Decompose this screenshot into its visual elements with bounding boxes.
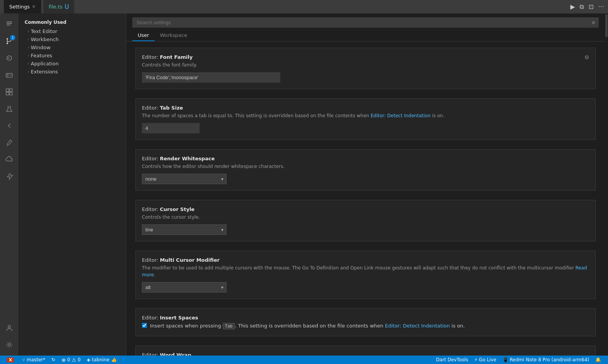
status-right: Dart DevTools ⚡ Go Live 📱 Redmi Note 8 P… — [433, 356, 604, 364]
status-sync[interactable]: ↻ — [48, 356, 58, 364]
search-container: ✕ — [132, 17, 599, 28]
status-left: X ⑂ master* ↻ ⊗ 0 ⚠ 0 ◈ tabnine 👍 — [4, 356, 120, 364]
setting-tab-size: Editor: Tab Size The number of spaces a … — [135, 98, 596, 140]
go-live-icon: ⚡ — [474, 357, 477, 362]
multi-cursor-label: Editor: Multi Cursor Modifier — [142, 257, 589, 263]
sidebar-item-extensions[interactable]: › Extensions — [18, 68, 126, 76]
status-bell[interactable]: 🔔 — [592, 356, 604, 364]
branch-name: master* — [27, 357, 45, 362]
tab-size-input[interactable] — [142, 123, 200, 133]
activity-extensions[interactable] — [2, 84, 17, 100]
svg-point-19 — [8, 326, 10, 328]
render-whitespace-select-wrapper: none boundary selection trailing all — [142, 174, 227, 184]
title-bar-actions: ▶ ⧉ ⊡ ··· — [570, 3, 604, 10]
tab-settings[interactable]: Settings ✕ — [4, 0, 41, 13]
sidebar-item-features[interactable]: › Features — [18, 52, 126, 60]
tab-settings-label: Settings — [9, 4, 30, 10]
status-bar: X ⑂ master* ↻ ⊗ 0 ⚠ 0 ◈ tabnine 👍 — [0, 356, 608, 364]
title-bar: Settings ✕ file.ts U ▶ ⧉ ⊡ ··· — [0, 0, 608, 13]
search-clear-icon[interactable]: ✕ — [591, 20, 596, 26]
cursor-style-description: Controls the cursor style. — [142, 214, 589, 221]
tabnine-label: tabnine — [92, 357, 110, 362]
sidebar-item-window[interactable]: › Window — [18, 43, 126, 52]
activity-lightning[interactable] — [2, 169, 17, 184]
split-editor-icon[interactable]: ⧉ — [580, 3, 584, 10]
setting-gear-icon[interactable]: ⚙ — [584, 54, 589, 60]
activity-lab[interactable] — [2, 101, 17, 116]
error-icon: ⊗ — [62, 357, 66, 363]
render-whitespace-select[interactable]: none boundary selection trailing all — [142, 174, 227, 184]
font-family-input[interactable] — [142, 72, 280, 83]
sidebar-features-label: Features — [31, 53, 52, 58]
tab-workspace[interactable]: Workspace — [155, 30, 193, 41]
sidebar-item-application[interactable]: › Application — [18, 60, 126, 68]
activity-brush[interactable] — [2, 135, 17, 150]
cursor-style-select-wrapper: line block underline line-thin block-out… — [142, 224, 227, 235]
run-icon[interactable]: ▶ — [570, 3, 575, 10]
chevron-right-icon: › — [28, 37, 29, 42]
activity-debug[interactable] — [2, 50, 17, 66]
activity-explorer[interactable] — [2, 17, 17, 32]
status-errors[interactable]: ⊗ 0 ⚠ 0 — [58, 356, 84, 364]
app-window: Settings ✕ file.ts U ▶ ⧉ ⊡ ··· — [0, 0, 608, 364]
device-icon: 📱 — [503, 357, 508, 362]
setting-insert-spaces: Editor: Insert Spaces Insert spaces when… — [135, 308, 596, 336]
svg-point-20 — [8, 344, 10, 346]
tabnine-icon: ◈ — [87, 357, 90, 362]
status-tabnine[interactable]: ◈ tabnine 👍 — [84, 356, 120, 364]
main-content: 1 — [0, 13, 608, 356]
settings-search-bar: ✕ — [126, 13, 605, 28]
more-actions-icon[interactable]: ··· — [598, 3, 604, 10]
sidebar-item-text-editor[interactable]: › Text Editor — [18, 27, 126, 35]
tab-unsaved-indicator: U — [65, 3, 69, 10]
settings-tabs: User Workspace — [126, 28, 605, 42]
tab-file-ts[interactable]: file.ts U — [43, 0, 75, 13]
scrollbar-track[interactable] — [605, 13, 608, 356]
sidebar-commonly-used[interactable]: Commonly Used — [18, 17, 126, 27]
activity-source-control[interactable]: 1 — [2, 33, 17, 49]
svg-rect-15 — [10, 89, 12, 91]
setting-multi-cursor: Editor: Multi Cursor Modifier The modifi… — [135, 251, 596, 299]
status-x-badge[interactable]: X — [4, 356, 19, 364]
insert-spaces-checkbox-row: Insert spaces when pressing Tab. This se… — [142, 322, 589, 330]
setting-word-wrap: Editor: Word Wrap Controls how lines sho… — [135, 346, 596, 356]
tab-settings-close[interactable]: ✕ — [32, 4, 35, 9]
collapse-icon[interactable]: ⊡ — [588, 3, 593, 10]
svg-rect-1 — [7, 23, 12, 24]
bell-icon[interactable]: 🔔 — [595, 357, 601, 362]
search-input[interactable] — [132, 17, 599, 28]
scrollbar-thumb[interactable] — [605, 14, 608, 37]
status-branch[interactable]: ⑂ master* — [19, 356, 48, 364]
status-go-live[interactable]: ⚡ Go Live — [471, 356, 499, 364]
cursor-style-select[interactable]: line block underline line-thin block-out… — [142, 224, 227, 235]
multi-cursor-select-wrapper: alt ctrlCmd — [142, 282, 227, 293]
warning-icon: ⚠ — [72, 357, 76, 363]
activity-settings-gear[interactable] — [2, 337, 17, 352]
tab-user[interactable]: User — [132, 30, 155, 41]
warning-count: 0 — [78, 357, 81, 362]
insert-spaces-checkbox[interactable] — [142, 323, 147, 328]
setting-font-family: ⚙ Editor: Font Family Controls the font … — [135, 48, 596, 89]
detect-indentation-link[interactable]: Editor: Detect Indentation — [371, 113, 431, 118]
activity-account[interactable] — [2, 320, 17, 336]
dart-devtools-label: Dart DevTools — [436, 357, 468, 362]
detect-indentation-link2[interactable]: Editor: Detect Indentation — [385, 323, 450, 329]
activity-back[interactable] — [2, 118, 17, 133]
status-device[interactable]: 📱 Redmi Note 8 Pro (android-arm64) — [500, 356, 592, 364]
activity-cloud[interactable] — [2, 152, 17, 167]
svg-point-3 — [7, 38, 8, 40]
tab-key-badge: Tab — [223, 323, 235, 329]
status-x-label: X — [7, 357, 14, 362]
status-dart-devtools[interactable]: Dart DevTools — [433, 356, 471, 364]
tab-size-description: The number of spaces a tab is equal to. … — [142, 112, 589, 119]
sync-icon: ↻ — [52, 357, 55, 362]
render-whitespace-description: Controls how the editor should render wh… — [142, 163, 589, 170]
multi-cursor-select[interactable]: alt ctrlCmd — [142, 282, 227, 293]
svg-point-5 — [7, 43, 8, 44]
sidebar-workbench-label: Workbench — [31, 37, 59, 42]
chevron-right-icon: › — [28, 61, 29, 66]
chevron-right-icon: › — [28, 45, 29, 50]
activity-remote[interactable] — [2, 67, 17, 83]
chevron-right-icon: › — [28, 70, 29, 74]
sidebar-item-workbench[interactable]: › Workbench — [18, 35, 126, 43]
